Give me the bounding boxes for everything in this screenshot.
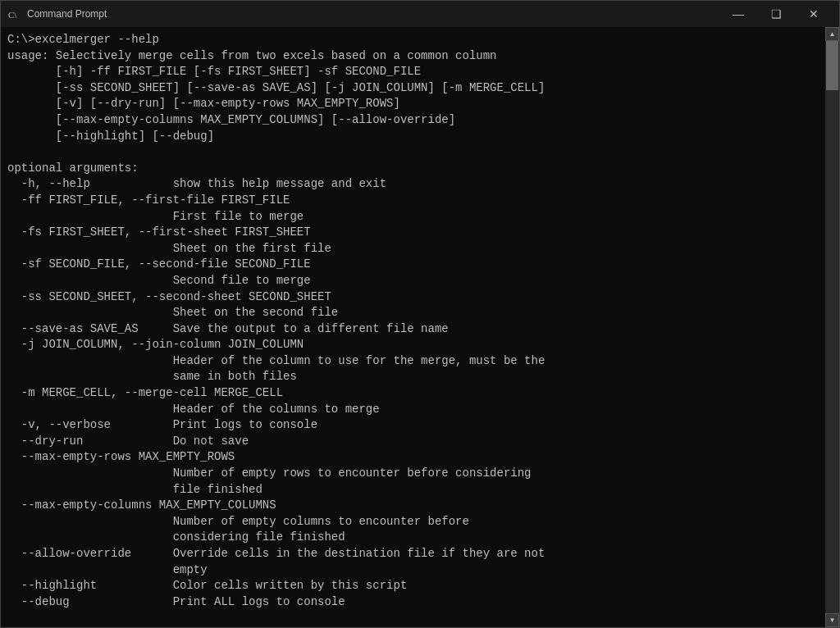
scroll-down-button[interactable]: ▼ [825,613,839,627]
title-bar: C\ Command Prompt — ❑ ✕ [1,1,839,27]
app-icon: C\ [7,7,21,20]
scroll-up-button[interactable]: ▲ [825,27,839,41]
terminal-output[interactable]: C:\>excelmerger --help usage: Selectivel… [1,27,825,627]
close-button[interactable]: ✕ [795,1,833,27]
window-controls: — ❑ ✕ [719,1,833,27]
content-area: C:\>excelmerger --help usage: Selectivel… [1,27,839,627]
scrollbar[interactable]: ▲ ▼ [825,27,839,627]
minimize-button[interactable]: — [719,1,757,27]
svg-text:C\: C\ [8,10,17,20]
scrollbar-thumb[interactable] [826,41,838,90]
scrollbar-track[interactable] [825,41,839,613]
window-title: Command Prompt [27,8,719,20]
maximize-button[interactable]: ❑ [757,1,795,27]
cmd-window: C\ Command Prompt — ❑ ✕ C:\>excelmerger … [0,0,840,628]
